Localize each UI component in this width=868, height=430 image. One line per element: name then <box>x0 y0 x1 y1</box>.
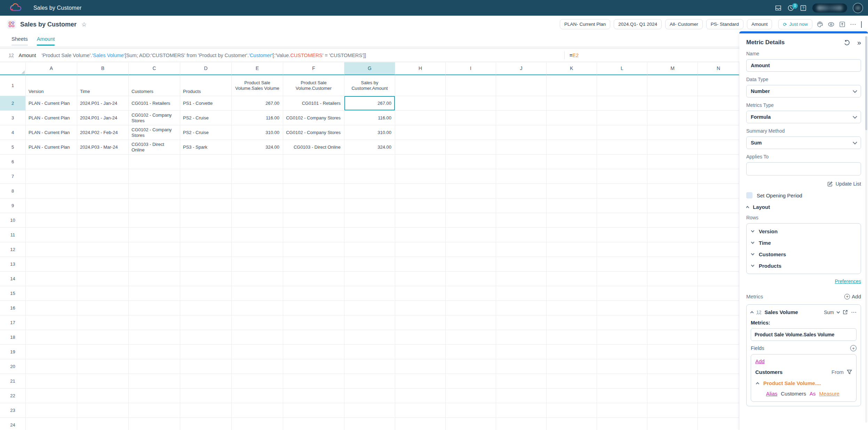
cell-I10[interactable] <box>446 213 496 228</box>
cell-K6[interactable] <box>547 155 597 169</box>
cell-N23[interactable] <box>698 403 739 418</box>
cell-M10[interactable] <box>647 213 698 228</box>
cell-F10[interactable] <box>283 213 344 228</box>
column-header-D[interactable]: D <box>180 62 232 75</box>
cell-E13[interactable] <box>232 257 283 272</box>
cell-F24[interactable] <box>283 418 344 430</box>
row-header-23[interactable]: 23 <box>0 403 26 418</box>
cell-G21[interactable] <box>344 374 395 389</box>
cell-C2[interactable]: CG0101 - Retailers <box>129 96 180 111</box>
row-header-8[interactable]: 8 <box>0 184 26 198</box>
row-header-13[interactable]: 13 <box>0 257 26 272</box>
cell-N13[interactable] <box>698 257 739 272</box>
column-header-J[interactable]: J <box>496 62 547 75</box>
cell-H9[interactable] <box>395 198 446 213</box>
cell-L16[interactable] <box>597 301 647 315</box>
layout-row-version[interactable]: Version <box>747 226 861 237</box>
cell-G10[interactable] <box>344 213 395 228</box>
cell-B6[interactable] <box>77 155 129 169</box>
cell-H15[interactable] <box>395 286 446 301</box>
cell-L15[interactable] <box>597 286 647 301</box>
cell-M2[interactable] <box>647 96 698 111</box>
cell-K1[interactable] <box>547 75 597 96</box>
cell-B16[interactable] <box>77 301 129 315</box>
cell-F19[interactable] <box>283 345 344 359</box>
collapse-panel-icon[interactable]: » <box>857 39 861 46</box>
cell-N4[interactable] <box>698 125 739 140</box>
cell-B24[interactable] <box>77 418 129 430</box>
cell-I24[interactable] <box>446 418 496 430</box>
metric-source-input[interactable]: Product Sale Volume.Sales Volume <box>751 328 857 341</box>
cell-M18[interactable] <box>647 330 698 345</box>
sync-status[interactable]: ⟳ Just now <box>778 19 812 29</box>
cell-B23[interactable] <box>77 403 129 418</box>
cell-G2[interactable]: 267.00 <box>344 96 395 111</box>
cell-K20[interactable] <box>547 359 597 374</box>
cell-H23[interactable] <box>395 403 446 418</box>
cell-C1[interactable]: Customers <box>129 75 180 96</box>
column-header-B[interactable]: B <box>77 62 129 75</box>
row-header-15[interactable]: 15 <box>0 286 26 301</box>
inbox-icon[interactable] <box>775 5 782 11</box>
cell-G9[interactable] <box>344 198 395 213</box>
cell-J13[interactable] <box>496 257 547 272</box>
column-header-K[interactable]: K <box>547 62 597 75</box>
cell-A5[interactable]: PLAN - Current Plan <box>26 140 77 155</box>
cell-B10[interactable] <box>77 213 129 228</box>
cell-H10[interactable] <box>395 213 446 228</box>
cell-I3[interactable] <box>446 111 496 125</box>
alias-link[interactable]: Alias <box>766 391 778 397</box>
cell-A6[interactable] <box>26 155 77 169</box>
row-header-2[interactable]: 2 <box>0 96 26 111</box>
cell-L1[interactable] <box>597 75 647 96</box>
cell-E19[interactable] <box>232 345 283 359</box>
cell-K8[interactable] <box>547 184 597 198</box>
cell-M13[interactable] <box>647 257 698 272</box>
update-list-button[interactable]: Update List <box>746 181 861 187</box>
cell-G16[interactable] <box>344 301 395 315</box>
cell-E20[interactable] <box>232 359 283 374</box>
cell-I16[interactable] <box>446 301 496 315</box>
cell-N5[interactable] <box>698 140 739 155</box>
cell-A14[interactable] <box>26 272 77 286</box>
cell-F20[interactable] <box>283 359 344 374</box>
summary-method-select[interactable]: Sum <box>746 136 861 149</box>
cell-I21[interactable] <box>446 374 496 389</box>
cell-N22[interactable] <box>698 389 739 403</box>
cell-A10[interactable] <box>26 213 77 228</box>
cell-E24[interactable] <box>232 418 283 430</box>
cell-H11[interactable] <box>395 228 446 242</box>
filter-pill[interactable]: Amount <box>747 19 772 29</box>
cell-B4[interactable]: 2024.P02 - Feb-24 <box>77 125 129 140</box>
cell-G18[interactable] <box>344 330 395 345</box>
more-options-icon[interactable]: ⋯ <box>850 21 857 28</box>
filter-pill[interactable]: PLAN- Current Plan <box>560 19 610 29</box>
cell-L10[interactable] <box>597 213 647 228</box>
export-icon[interactable] <box>839 21 846 28</box>
cell-D1[interactable]: Products <box>180 75 232 96</box>
cell-A16[interactable] <box>26 301 77 315</box>
cell-F17[interactable] <box>283 315 344 330</box>
cell-K5[interactable] <box>547 140 597 155</box>
cell-N2[interactable] <box>698 96 739 111</box>
cell-B19[interactable] <box>77 345 129 359</box>
cell-C4[interactable]: CG0102 - Company Stores <box>129 125 180 140</box>
layout-row-products[interactable]: Products <box>747 260 861 272</box>
cell-J20[interactable] <box>496 359 547 374</box>
cell-G4[interactable]: 310.00 <box>344 125 395 140</box>
cell-L7[interactable] <box>597 169 647 184</box>
cell-B2[interactable]: 2024.P01 - Jan-24 <box>77 96 129 111</box>
cell-H17[interactable] <box>395 315 446 330</box>
cell-L19[interactable] <box>597 345 647 359</box>
cell-G6[interactable] <box>344 155 395 169</box>
cell-A15[interactable] <box>26 286 77 301</box>
cell-J10[interactable] <box>496 213 547 228</box>
cell-F9[interactable] <box>283 198 344 213</box>
cell-I13[interactable] <box>446 257 496 272</box>
cell-B5[interactable]: 2024.P03 - Mar-24 <box>77 140 129 155</box>
cell-A11[interactable] <box>26 228 77 242</box>
cell-G23[interactable] <box>344 403 395 418</box>
cell-E14[interactable] <box>232 272 283 286</box>
cell-J12[interactable] <box>496 242 547 257</box>
cell-G13[interactable] <box>344 257 395 272</box>
